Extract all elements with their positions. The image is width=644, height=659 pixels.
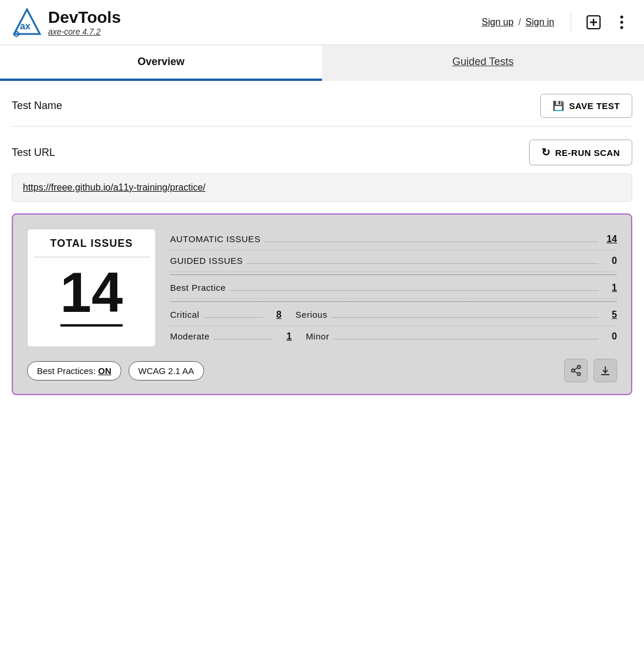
test-name-label: Test Name	[12, 100, 62, 112]
minor-count: 0	[603, 331, 617, 342]
logo-text: DevTools axe-core 4.7.2	[48, 8, 121, 36]
critical-count[interactable]: 8	[267, 310, 282, 320]
automatic-issues-row: AUTOMATIC ISSUES 14	[170, 229, 617, 250]
test-url-label: Test URL	[12, 147, 55, 159]
guided-issues-row: GUIDED ISSUES 0	[170, 250, 617, 272]
nav-slash: /	[518, 17, 521, 28]
tab-guided-tests[interactable]: Guided Tests	[322, 45, 644, 81]
moderate-minor-row: Moderate 1 Minor 0	[170, 326, 617, 347]
svg-point-8	[621, 21, 623, 24]
logo-area: ax DevTools axe-core 4.7.2	[12, 7, 472, 38]
dots-5	[332, 317, 598, 318]
share-button[interactable]	[564, 359, 588, 382]
signup-link[interactable]: Sign up	[482, 17, 513, 28]
more-menu-button[interactable]	[611, 12, 632, 33]
minor-label: Minor	[306, 331, 329, 341]
test-url-row: Test URL ↻ RE-RUN SCAN	[12, 127, 632, 174]
download-icon	[599, 365, 611, 376]
axe-logo-icon: ax	[12, 7, 42, 38]
guided-issues-count: 0	[603, 256, 617, 266]
guided-issues-label: GUIDED ISSUES	[170, 256, 243, 266]
logo-subtitle: axe-core 4.7.2	[48, 27, 121, 36]
header-nav: Sign up / Sign in	[482, 17, 554, 28]
dots-6	[214, 339, 273, 339]
svg-point-7	[621, 16, 623, 19]
best-practices-badge[interactable]: Best Practices: ON	[27, 361, 121, 381]
best-practice-label: Best Practice	[170, 283, 226, 293]
save-icon: 💾	[553, 100, 565, 111]
footer-badges: Best Practices: ON WCAG 2.1 AA	[27, 361, 204, 381]
dots-4	[204, 317, 263, 318]
svg-point-12	[572, 369, 575, 372]
rerun-icon: ↻	[541, 146, 551, 159]
total-issues-count: 14	[60, 264, 123, 327]
total-issues-label: TOTAL ISSUES	[33, 237, 150, 257]
stat-divider-1	[170, 274, 617, 275]
moderate-count[interactable]: 1	[277, 331, 292, 342]
footer-icons	[564, 359, 617, 382]
automatic-issues-count[interactable]: 14	[603, 234, 617, 244]
dots-7	[334, 339, 598, 339]
svg-point-10	[578, 366, 581, 369]
main-content: Test Name 💾 SAVE TEST Test URL ↻ RE-RUN …	[0, 81, 644, 395]
logo-title: DevTools	[48, 8, 121, 27]
dots-3	[231, 290, 598, 291]
header-actions	[571, 12, 632, 33]
rerun-scan-button[interactable]: ↻ RE-RUN SCAN	[529, 140, 632, 165]
url-link[interactable]: https://freee.github.io/a11y-training/pr…	[23, 182, 205, 192]
add-panel-button[interactable]	[583, 12, 604, 33]
dots-2	[248, 263, 598, 264]
wcag-badge[interactable]: WCAG 2.1 AA	[128, 361, 204, 381]
best-practice-row: Best Practice 1	[170, 277, 617, 299]
url-display: https://freee.github.io/a11y-training/pr…	[12, 174, 632, 202]
total-issues-box: TOTAL ISSUES 14	[27, 229, 156, 347]
signin-link[interactable]: Sign in	[526, 17, 554, 28]
svg-line-14	[574, 371, 577, 373]
dots-1	[265, 242, 598, 242]
stats-card: TOTAL ISSUES 14 AUTOMATIC ISSUES 14 GUID…	[12, 213, 632, 395]
critical-serious-row: Critical 8 Serious 5	[170, 304, 617, 326]
svg-point-9	[621, 26, 623, 29]
serious-label: Serious	[296, 310, 327, 320]
svg-line-13	[574, 368, 577, 370]
share-icon	[570, 365, 582, 376]
critical-label: Critical	[170, 310, 199, 320]
test-name-row: Test Name 💾 SAVE TEST	[12, 81, 632, 127]
app-header: ax DevTools axe-core 4.7.2 Sign up / Sig…	[0, 0, 644, 45]
download-button[interactable]	[594, 359, 617, 382]
moderate-label: Moderate	[170, 331, 209, 341]
serious-count[interactable]: 5	[603, 310, 617, 320]
stat-divider-2	[170, 301, 617, 302]
tab-bar: Overview Guided Tests	[0, 45, 644, 81]
stats-top: TOTAL ISSUES 14 AUTOMATIC ISSUES 14 GUID…	[27, 229, 617, 347]
stats-footer: Best Practices: ON WCAG 2.1 AA	[27, 359, 617, 382]
add-panel-icon	[585, 14, 602, 30]
svg-text:ax: ax	[20, 21, 30, 31]
tab-overview[interactable]: Overview	[0, 45, 322, 81]
save-test-button[interactable]: 💾 SAVE TEST	[540, 94, 632, 118]
more-icon	[619, 14, 624, 30]
svg-point-11	[578, 373, 581, 376]
best-practice-count[interactable]: 1	[603, 283, 617, 293]
stats-right: AUTOMATIC ISSUES 14 GUIDED ISSUES 0 Best…	[170, 229, 617, 347]
automatic-issues-label: AUTOMATIC ISSUES	[170, 234, 260, 244]
best-practices-on: ON	[98, 366, 111, 376]
